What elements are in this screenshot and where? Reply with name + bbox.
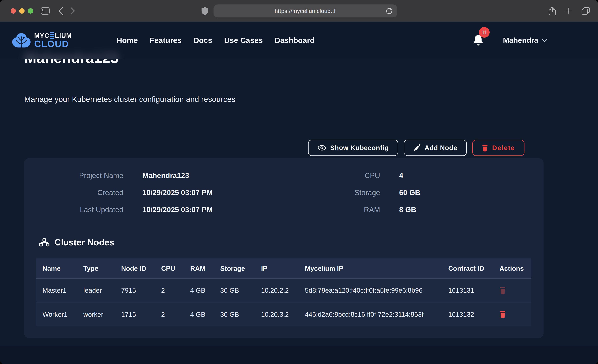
delete-node-button[interactable]: [499, 310, 506, 318]
chevron-right-icon: [70, 7, 76, 15]
nav-link-dashboard[interactable]: Dashboard: [275, 36, 315, 45]
browser-toolbar: https://myceliumcloud.tf: [0, 0, 598, 22]
nav-link-home[interactable]: Home: [116, 36, 138, 45]
minimize-button[interactable]: [19, 8, 25, 14]
back-button[interactable]: [58, 7, 63, 15]
cluster-info-grid: Project NameMahendra123CPU4Created10/29/…: [24, 158, 544, 218]
info-label: Project Name: [36, 167, 123, 184]
column-header: Actions: [493, 258, 532, 278]
cell-ip: 10.20.2.2: [255, 278, 299, 302]
info-value: Mahendra123: [142, 167, 305, 184]
logo-e-bars: [50, 32, 54, 39]
cluster-details-card: Project NameMahendra123CPU4Created10/29/…: [24, 158, 544, 338]
logo[interactable]: MYC LIUM CLOUD: [12, 32, 72, 49]
info-label: CPU: [324, 167, 380, 184]
show-kubeconfig-label: Show Kubeconfig: [330, 144, 389, 152]
window-controls: [11, 8, 33, 14]
info-label: Last Updated: [36, 201, 123, 218]
notification-badge: 11: [479, 27, 490, 38]
notifications-button[interactable]: 11: [473, 34, 484, 46]
table-row: Worker1worker171524 GB30 GB10.20.3.2446:…: [36, 302, 532, 326]
reload-icon[interactable]: [386, 7, 392, 15]
cell-ram: 4 GB: [184, 302, 214, 326]
page-content: Mahendra123 Manage your Kubernetes clust…: [0, 22, 598, 364]
share-button[interactable]: [548, 6, 556, 16]
pencil-icon: [413, 144, 421, 152]
delete-node-button[interactable]: [499, 286, 506, 294]
address-bar[interactable]: https://myceliumcloud.tf: [213, 4, 397, 17]
delete-cluster-button[interactable]: Delete: [472, 140, 524, 156]
cell-cpu: 2: [155, 302, 184, 326]
column-header: IP: [255, 258, 299, 278]
info-label: RAM: [324, 201, 380, 218]
cell-contract-id: 1613132: [442, 302, 493, 326]
column-header: Name: [36, 258, 77, 278]
main-nav: HomeFeaturesDocsUse CasesDashboard: [116, 36, 315, 45]
close-button[interactable]: [11, 8, 16, 14]
cell-storage: 30 GB: [214, 302, 255, 326]
nav-link-use-cases[interactable]: Use Cases: [224, 36, 263, 45]
cell-mycelium-ip: 446:d2a6:8bcd:8c16:ff0f:72e2:3114:863f: [299, 302, 442, 326]
cell-storage: 30 GB: [214, 278, 255, 302]
cluster-nodes-table: NameTypeNode IDCPURAMStorageIPMycelium I…: [36, 258, 532, 326]
trash-icon: [482, 144, 488, 152]
column-header: Type: [77, 258, 115, 278]
cell-name: Worker1: [36, 302, 77, 326]
nav-link-features[interactable]: Features: [150, 36, 182, 45]
info-label: Created: [36, 184, 123, 201]
chevron-left-icon: [58, 7, 63, 15]
cell-actions: [493, 302, 532, 326]
add-node-label: Add Node: [424, 144, 457, 152]
info-value: 10/29/2025 03:07 PM: [142, 201, 305, 218]
new-tab-button[interactable]: [565, 7, 573, 15]
chevron-down-icon: [542, 39, 548, 42]
sidebar-icon: [41, 7, 50, 15]
cell-type: worker: [77, 302, 115, 326]
add-node-button[interactable]: Add Node: [404, 140, 467, 156]
info-value: 10/29/2025 03:07 PM: [142, 184, 305, 201]
cell-node-id: 7915: [115, 278, 155, 302]
column-header: Mycelium IP: [299, 258, 442, 278]
cell-contract-id: 1613131: [442, 278, 493, 302]
nav-link-docs[interactable]: Docs: [193, 36, 212, 45]
column-header: Node ID: [115, 258, 155, 278]
forward-button[interactable]: [70, 7, 76, 15]
cell-node-id: 1715: [115, 302, 155, 326]
plus-icon: [565, 7, 573, 15]
cell-mycelium-ip: 5d8:78ea:a120:f40c:ff0f:a5fe:99e6:8b96: [299, 278, 442, 302]
show-kubeconfig-button[interactable]: Show Kubeconfig: [308, 140, 398, 156]
tab-overview-button[interactable]: [581, 7, 590, 15]
url-text: https://myceliumcloud.tf: [275, 8, 336, 14]
cluster-nodes-heading: Cluster Nodes: [39, 237, 114, 247]
logo-bottom: CLOUD: [34, 39, 72, 49]
eye-icon: [317, 145, 326, 151]
page-subtitle: Manage your Kubernetes cluster configura…: [24, 95, 235, 104]
logo-top-post: LIUM: [55, 32, 72, 39]
share-icon: [548, 6, 556, 16]
user-menu[interactable]: Mahendra: [503, 36, 548, 45]
cell-name: Master1: [36, 278, 77, 302]
sidebar-toggle-button[interactable]: [41, 7, 50, 15]
mycelium-cloud-logo-icon: [12, 32, 31, 49]
column-header: Contract ID: [442, 258, 493, 278]
cell-cpu: 2: [155, 278, 184, 302]
column-header: CPU: [155, 258, 184, 278]
user-name: Mahendra: [503, 36, 538, 45]
column-header: Storage: [214, 258, 255, 278]
browser-window: https://myceliumcloud.tf: [0, 0, 598, 364]
table-row: Master1leader791524 GB30 GB10.20.2.25d8:…: [36, 278, 532, 302]
info-value: 4: [399, 167, 531, 184]
column-header: RAM: [184, 258, 214, 278]
delete-label: Delete: [492, 144, 515, 152]
logo-text: MYC LIUM CLOUD: [34, 32, 72, 49]
privacy-shield-icon[interactable]: [201, 7, 208, 16]
info-value: 8 GB: [399, 201, 531, 218]
network-nodes-icon: [39, 238, 50, 247]
site-header: MYC LIUM CLOUD HomeFeaturesDocsUse Cases…: [0, 22, 598, 59]
cell-type: leader: [77, 278, 115, 302]
cell-ip: 10.20.3.2: [255, 302, 299, 326]
info-value: 60 GB: [399, 184, 531, 201]
section-title: Cluster Nodes: [55, 237, 114, 247]
fullscreen-button[interactable]: [28, 8, 33, 14]
cell-ram: 4 GB: [184, 278, 214, 302]
